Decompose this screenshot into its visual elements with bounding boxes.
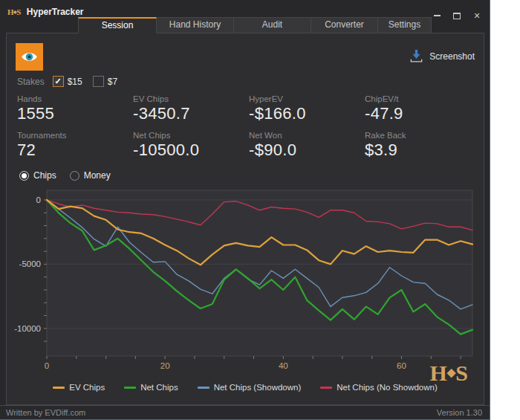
chart-legend: EV ChipsNet ChipsNet Chips (Showdown)Net… [7, 383, 484, 392]
radio-money[interactable]: Money [70, 170, 111, 181]
credit-text: Written by EVDiff.com [6, 408, 85, 417]
checkbox-icon [93, 76, 104, 87]
version-text: Version 1.30 [437, 408, 482, 417]
legend-color-dash [320, 387, 332, 389]
radio-label: Chips [33, 170, 56, 181]
tab-strip: SessionHand HistoryAuditConverterSetting… [78, 17, 432, 33]
app-title: HyperTracker [27, 7, 84, 17]
stat-value: -$166.0 [249, 104, 365, 123]
stat-rake-back: Rake Back$3.9 [365, 131, 481, 160]
stat-hands: Hands1555 [17, 94, 133, 123]
minimize-icon [434, 15, 441, 16]
stat-label: Rake Back [365, 131, 481, 140]
tab-audit[interactable]: Audit [234, 17, 311, 33]
stat-value: 1555 [17, 104, 133, 123]
app-logo-icon: H◆S [7, 7, 22, 16]
stakes-filter: Stakes ✓$15$7 [17, 76, 117, 87]
checkbox-icon: ✓ [53, 76, 64, 87]
stat-net-chips: Net Chips-10500.0 [133, 131, 249, 160]
eye-icon [20, 48, 39, 66]
radio-chips[interactable]: Chips [19, 170, 56, 181]
checkbox-label: $15 [68, 77, 82, 87]
legend-item-ev-chips: EV Chips [53, 383, 105, 392]
svg-text:0: 0 [36, 196, 41, 204]
legend-item-net-chips-showdown: Net Chips (Showdown) [198, 383, 302, 392]
stat-label: Hands [17, 94, 133, 103]
stat-value: -3450.7 [133, 104, 249, 123]
stat-label: EV Chips [133, 94, 249, 103]
stat-value: -47.9 [365, 104, 481, 123]
svg-text:-5000: -5000 [19, 259, 41, 268]
legend-color-dash [53, 387, 65, 389]
stat-label: Tournaments [17, 131, 133, 140]
radio-label: Money [84, 170, 111, 181]
download-arrow-icon [409, 48, 424, 64]
session-panel: Screenshot Stakes ✓$15$7 Hands1555EV Chi… [6, 33, 484, 405]
stat-value: $3.9 [365, 140, 481, 160]
legend-label: Net Chips [140, 383, 178, 392]
minimize-button[interactable] [430, 10, 443, 21]
legend-item-net-chips-no-showdown: Net Chips (No Showdown) [320, 383, 438, 392]
stakes-options: ✓$15$7 [53, 76, 117, 87]
tab-hand-history[interactable]: Hand History [157, 17, 234, 33]
hs-logo: H◆S [429, 361, 469, 386]
maximize-button[interactable] [450, 10, 464, 21]
close-icon: ✕ [473, 12, 480, 20]
stakes-label: Stakes [17, 77, 45, 87]
close-button[interactable]: ✕ [470, 10, 484, 21]
legend-label: Net Chips (No Showdown) [337, 383, 438, 392]
screenshot-label: Screenshot [429, 51, 475, 62]
stat-label: ChipEV/t [365, 94, 481, 103]
session-results-chart: 02040600-5000-10000 [8, 187, 484, 375]
svg-text:-10000: -10000 [14, 324, 41, 333]
stat-label: Net Chips [133, 131, 249, 140]
view-mode-switch: ChipsMoney [19, 170, 111, 181]
stat-label: HyperEV [249, 94, 365, 103]
hypertracker-window: H◆S HyperTracker ✕ SessionHand HistoryAu… [0, 0, 490, 420]
stakes-checkbox-15[interactable]: ✓$15 [53, 76, 82, 87]
radio-icon [70, 171, 79, 181]
stakes-checkbox-7[interactable]: $7 [93, 76, 117, 87]
radio-icon [19, 171, 29, 181]
maximize-icon [453, 13, 461, 19]
stat-value: -$90.0 [249, 140, 365, 160]
svg-text:40: 40 [279, 361, 288, 370]
svg-text:0: 0 [45, 361, 49, 370]
status-bar: Written by EVDiff.com Version 1.30 [0, 405, 490, 419]
tab-session[interactable]: Session [78, 17, 157, 33]
screenshot-button[interactable]: Screenshot [409, 48, 475, 64]
stat-tournaments: Tournaments72 [17, 131, 133, 160]
stat-ev-chips: EV Chips-3450.7 [133, 94, 249, 123]
legend-label: EV Chips [69, 383, 105, 392]
tab-settings[interactable]: Settings [378, 17, 432, 33]
tab-converter[interactable]: Converter [311, 17, 378, 33]
stat-chipev-t: ChipEV/t-47.9 [365, 94, 481, 123]
chart-canvas: 02040600-5000-10000 [8, 187, 484, 375]
checkbox-label: $7 [108, 77, 117, 87]
stat-value: -10500.0 [133, 140, 249, 160]
legend-label: Net Chips (Showdown) [214, 383, 302, 392]
stats-grid: Hands1555EV Chips-3450.7HyperEV-$166.0Ch… [17, 94, 481, 160]
legend-color-dash [198, 387, 209, 389]
svg-text:60: 60 [397, 361, 406, 370]
svg-text:20: 20 [160, 361, 170, 370]
stat-hyperev: HyperEV-$166.0 [249, 94, 365, 123]
eye-filter-button[interactable] [16, 43, 43, 71]
titlebar: H◆S HyperTracker [7, 7, 84, 17]
stat-value: 72 [17, 140, 133, 160]
legend-color-dash [124, 387, 136, 389]
legend-item-net-chips: Net Chips [124, 383, 178, 392]
stat-net-won: Net Won-$90.0 [249, 131, 365, 160]
stat-label: Net Won [249, 131, 365, 140]
window-controls: ✕ [430, 10, 484, 21]
